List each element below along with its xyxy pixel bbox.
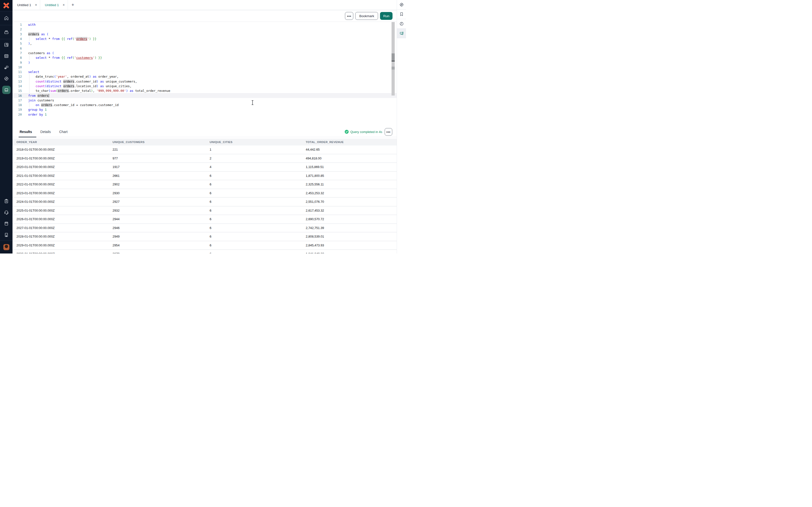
- line-number: 5: [12, 42, 28, 45]
- sidebar-item-dashboards[interactable]: [0, 39, 12, 50]
- bookmark-button[interactable]: Bookmark: [355, 12, 378, 20]
- table-cell: 4: [206, 165, 302, 169]
- code-line[interactable]: 7customers as (: [12, 51, 397, 55]
- code-line[interactable]: 15 to_char(sum(orders.order_total), '999…: [12, 89, 397, 93]
- line-number: 9: [12, 61, 28, 64]
- editor-scrollbar-thumb[interactable]: [392, 53, 395, 61]
- run-button[interactable]: Run: [380, 12, 393, 20]
- tab-details[interactable]: Details: [41, 130, 51, 134]
- history-icon: [399, 21, 404, 26]
- indent-guide: [29, 55, 30, 60]
- code-text: order by 1: [28, 113, 47, 116]
- table-cell: 2022-01-01T00:00:00.000Z: [12, 182, 109, 186]
- left-sidebar: [0, 0, 12, 253]
- code-line[interactable]: 13 count(distinct orders.customer_id) as…: [12, 79, 397, 84]
- sidebar-item-home[interactable]: [0, 11, 12, 25]
- table-cell: 2019-01-01T00:00:00.000Z: [12, 157, 109, 160]
- app-window: Untitled 1 × Untitled 1 × + ••• Bookmark…: [0, 0, 406, 253]
- code-line[interactable]: 6: [12, 46, 397, 50]
- code-line[interactable]: 5),: [12, 41, 397, 46]
- sidebar-spacer: [0, 96, 12, 195]
- code-lines: 1with23orders as (4 select * from {{ ref…: [12, 22, 397, 117]
- book-icon: [4, 221, 9, 226]
- close-icon[interactable]: ×: [62, 3, 65, 7]
- rail-item-history[interactable]: [397, 19, 406, 29]
- code-line[interactable]: 8 select * from {{ ref('customers') }}: [12, 55, 397, 60]
- code-line[interactable]: 12 date_trunc('year', ordered_at) as ord…: [12, 74, 397, 79]
- table-row[interactable]: 2024-01-01T00:00:00.000Z292762,551,076.7…: [12, 198, 397, 207]
- rail-item-ai-chat[interactable]: [397, 29, 406, 38]
- new-tab-button[interactable]: +: [68, 0, 78, 10]
- sidebar-item-explore[interactable]: [0, 73, 12, 84]
- sidebar-item-organization[interactable]: [0, 229, 12, 240]
- compass-icon: [4, 76, 9, 81]
- table-row[interactable]: 2030-01-01T00:00:00.000Z287961,841,049.3…: [12, 250, 397, 253]
- code-line[interactable]: 11select: [12, 69, 397, 74]
- column-header-total-order-revenue[interactable]: TOTAL_ORDER_REVENUE: [302, 140, 397, 144]
- editor-scrollbar-cursor-marker: [392, 61, 395, 61]
- brand-x-logo[interactable]: [0, 0, 12, 11]
- line-number: 12: [12, 75, 28, 78]
- line-number: 13: [12, 79, 28, 83]
- code-line[interactable]: 18 on orders.customer_id = customers.cus…: [12, 103, 397, 107]
- indent-guide: [29, 103, 30, 107]
- table-row[interactable]: 2025-01-01T00:00:00.000Z293262,617,453.3…: [12, 207, 397, 215]
- more-options-button[interactable]: •••: [345, 12, 353, 20]
- sidebar-profile[interactable]: [0, 241, 12, 253]
- code-line[interactable]: 17join customers: [12, 98, 397, 103]
- column-header-order-year[interactable]: ORDER_YEAR: [12, 140, 109, 144]
- code-line[interactable]: 1with: [12, 22, 397, 27]
- code-line[interactable]: 4 select * from {{ ref('orders') }}: [12, 37, 397, 41]
- archive-icon: [4, 30, 9, 35]
- sidebar-item-changelog[interactable]: [0, 195, 12, 207]
- rail-item-bookmarks[interactable]: [397, 9, 406, 19]
- code-text: count(distinct orders.location_id) as un…: [28, 84, 132, 88]
- code-text: customers as (: [28, 51, 54, 55]
- code-line[interactable]: 10: [12, 65, 397, 69]
- code-line[interactable]: 19group by 1: [12, 107, 397, 112]
- code-line[interactable]: 14 count(distinct orders.location_id) as…: [12, 84, 397, 89]
- code-line[interactable]: 3orders as (: [12, 32, 397, 37]
- sidebar-item-code-editor[interactable]: [0, 50, 12, 62]
- table-row[interactable]: 2029-01-01T00:00:00.000Z295462,845,473.9…: [12, 241, 397, 250]
- line-number: 8: [12, 56, 28, 59]
- tab-results[interactable]: Results: [19, 130, 32, 134]
- table-row[interactable]: 2026-01-01T00:00:00.000Z294462,690,570.7…: [12, 215, 397, 224]
- table-row[interactable]: 2021-01-01T00:00:00.000Z266161,871,800.8…: [12, 172, 397, 180]
- sidebar-item-archive[interactable]: [0, 25, 12, 39]
- code-line[interactable]: 16from orders: [12, 93, 397, 98]
- code-line[interactable]: 2: [12, 27, 397, 32]
- table-cell: 2879: [109, 252, 206, 253]
- table-row[interactable]: 2018-01-01T00:00:00.000Z221144,442.65: [12, 146, 397, 154]
- table-row[interactable]: 2027-01-01T00:00:00.000Z294662,742,751.3…: [12, 224, 397, 233]
- line-number: 3: [12, 32, 28, 36]
- column-header-unique-customers[interactable]: UNIQUE_CUSTOMERS: [109, 140, 206, 144]
- results-more-button[interactable]: •••: [385, 128, 392, 136]
- sidebar-item-terminal[interactable]: [0, 84, 12, 96]
- code-line[interactable]: 20order by 1: [12, 112, 397, 117]
- table-cell: 1917: [109, 165, 206, 169]
- tab-chart[interactable]: Chart: [59, 130, 67, 134]
- line-number: 14: [12, 84, 28, 88]
- table-row[interactable]: 2028-01-01T00:00:00.000Z294962,808,539.0…: [12, 232, 397, 241]
- code-text: orders as (: [28, 32, 49, 36]
- table-row[interactable]: 2019-01-01T00:00:00.000Z9772494,818.00: [12, 154, 397, 163]
- code-line[interactable]: 9): [12, 60, 397, 65]
- table-row[interactable]: 2023-01-01T00:00:00.000Z293062,453,253.3…: [12, 189, 397, 198]
- line-number: 1: [12, 23, 28, 26]
- column-header-unique-cities[interactable]: UNIQUE_CITIES: [206, 140, 302, 144]
- sidebar-item-docs[interactable]: [0, 218, 12, 229]
- close-icon[interactable]: ×: [35, 3, 38, 7]
- sidebar-item-lineage[interactable]: [0, 62, 12, 73]
- table-row[interactable]: 2022-01-01T00:00:00.000Z290262,325,556.1…: [12, 180, 397, 189]
- table-row[interactable]: 2020-01-01T00:00:00.000Z191741,115,869.5…: [12, 163, 397, 172]
- editor-toolbar: ••• Bookmark Run: [12, 10, 397, 22]
- tab-untitled-2[interactable]: Untitled 1 ×: [40, 0, 68, 10]
- rail-item-explore[interactable]: [397, 0, 406, 9]
- sidebar-item-support[interactable]: [0, 207, 12, 218]
- sql-editor[interactable]: 1with23orders as (4 select * from {{ ref…: [12, 22, 397, 127]
- table-cell: 2,325,556.11: [302, 182, 397, 186]
- bookmark-icon: [399, 12, 404, 16]
- table-cell: 2946: [109, 226, 206, 230]
- tab-untitled-1[interactable]: Untitled 1 ×: [12, 0, 40, 10]
